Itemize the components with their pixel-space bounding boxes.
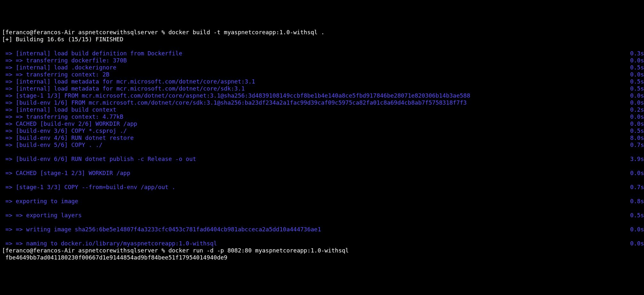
- build-step-row: => => naming to docker.io/library/myaspn…: [0, 240, 644, 247]
- step-time: 0.5s: [630, 85, 644, 92]
- build-step-row: => [build-env 3/6] COPY *.csproj ./0.5s: [0, 127, 644, 134]
- step-arrow-icon: => =>: [2, 113, 26, 120]
- bracket-icon: [: [2, 29, 5, 36]
- build-step-row: => => transferring context: 4.77kB0.0s: [0, 113, 644, 120]
- build-step-row: => exporting to image0.8s: [0, 198, 644, 205]
- prompt-userhost: feranco@ferancos-Air aspnetcorewithsqlse…: [5, 29, 168, 36]
- container-id-output: fbe4649bb7ad041180230f00667d1e9144854ad9…: [0, 254, 644, 261]
- step-text: [internal] load build definition from Do…: [16, 50, 182, 57]
- bracket-icon: [: [2, 247, 5, 254]
- step-text: [internal] load metadata for mcr.microso…: [16, 78, 255, 85]
- step-time: 0.0s: [630, 113, 644, 120]
- step-time: 0.3s: [630, 50, 644, 57]
- step-time: 0.0s: [630, 226, 644, 233]
- step-time: 0.0s: [630, 57, 644, 64]
- build-step-row: => [build-env 6/6] RUN dotnet publish -c…: [0, 155, 644, 163]
- build-step-row: => [internal] load metadata for mcr.micr…: [0, 85, 644, 92]
- step-time: 0.2s: [630, 106, 644, 113]
- build-step-row: => => transferring context: 2B0.0s: [0, 71, 644, 78]
- step-text: transferring dockerfile: 370B: [26, 57, 127, 64]
- step-text: exporting layers: [26, 212, 82, 219]
- prompt-line-1: [feranco@ferancos-Air aspnetcorewithsqls…: [0, 29, 644, 36]
- build-step-row: => => exporting layers0.5s: [0, 212, 644, 219]
- step-arrow-icon: =>: [2, 120, 16, 127]
- prompt-line-2: [feranco@ferancos-Air aspnetcorewithsqls…: [0, 247, 644, 254]
- step-arrow-icon: => =>: [2, 212, 26, 219]
- step-text: [stage-1 3/3] COPY --from=build-env /app…: [16, 184, 175, 190]
- build-step-row: => [build-env 4/6] RUN dotnet restore8.0…: [0, 134, 644, 141]
- step-text: [build-env 6/6] RUN dotnet publish -c Re…: [16, 155, 196, 162]
- step-time: 3.9s: [630, 155, 644, 163]
- build-step-row: => CACHED [stage-1 2/3] WORKDIR /app0.0s: [0, 170, 644, 177]
- step-time: 0.7s: [630, 141, 644, 148]
- step-arrow-icon: =>: [2, 184, 16, 190]
- command-text: docker build -t myaspnetcoreapp:1.0-with…: [168, 29, 325, 36]
- step-text: [build-env 1/6] FROM mcr.microsoft.com/d…: [16, 99, 467, 106]
- step-arrow-icon: =>: [2, 78, 16, 85]
- step-arrow-icon: => =>: [2, 57, 26, 64]
- build-step-row: => => writing image sha256:6be5e14807f4a…: [0, 226, 644, 233]
- step-arrow-icon: =>: [2, 99, 16, 106]
- step-arrow-icon: =>: [2, 198, 16, 204]
- step-arrow-icon: =>: [2, 141, 16, 148]
- build-step-row: => [internal] load build definition from…: [0, 50, 644, 57]
- step-arrow-icon: =>: [2, 106, 16, 113]
- command-text: docker run -d -p 8082:80 myaspnetcoreapp…: [168, 247, 349, 254]
- step-time: 0.5s: [630, 127, 644, 134]
- step-text: [internal] load build context: [16, 106, 116, 113]
- step-arrow-icon: => =>: [2, 226, 26, 233]
- step-time: 0.0s: [630, 170, 644, 177]
- prompt-userhost: feranco@ferancos-Air aspnetcorewithsqlse…: [5, 247, 168, 254]
- build-step-row: => [stage-1 3/3] COPY --from=build-env /…: [0, 184, 644, 191]
- step-arrow-icon: => =>: [2, 71, 26, 78]
- step-time: 0.8s: [630, 198, 644, 205]
- build-step-row: => [internal] load .dockerignore0.5s: [0, 64, 644, 71]
- step-time: 0.5s: [630, 212, 644, 219]
- step-arrow-icon: => =>: [2, 240, 26, 247]
- step-arrow-icon: =>: [2, 127, 16, 134]
- step-text: [build-env 4/6] RUN dotnet restore: [16, 134, 133, 141]
- step-text: naming to docker.io/library/myaspnetcore…: [26, 240, 217, 247]
- step-text: [internal] load metadata for mcr.microso…: [16, 85, 245, 92]
- step-time: 0.0s: [630, 92, 644, 99]
- step-time: 0.0s: [630, 120, 644, 127]
- step-arrow-icon: =>: [2, 155, 16, 162]
- build-step-row: => [stage-1 1/3] FROM mcr.microsoft.com/…: [0, 92, 644, 99]
- step-arrow-icon: =>: [2, 50, 16, 57]
- step-time: 0.0s: [630, 71, 644, 78]
- step-text: [stage-1 1/3] FROM mcr.microsoft.com/dot…: [16, 92, 470, 99]
- step-time: 0.7s: [630, 184, 644, 191]
- step-text: CACHED [stage-1 2/3] WORKDIR /app: [16, 170, 130, 176]
- step-text: writing image sha256:6be5e14807f4a3233cf…: [26, 226, 321, 233]
- build-step-row: => [internal] load metadata for mcr.micr…: [0, 78, 644, 85]
- build-step-row: => CACHED [build-env 2/6] WORKDIR /app0.…: [0, 120, 644, 127]
- step-time: 8.0s: [630, 134, 644, 141]
- step-arrow-icon: =>: [2, 134, 16, 141]
- build-step-row: => [build-env 1/6] FROM mcr.microsoft.co…: [0, 99, 644, 106]
- build-status: [+] Building 16.6s (15/15) FINISHED: [0, 36, 644, 43]
- step-arrow-icon: =>: [2, 92, 16, 99]
- step-text: transferring context: 2B: [26, 71, 109, 78]
- step-arrow-icon: =>: [2, 85, 16, 92]
- step-text: CACHED [build-env 2/6] WORKDIR /app: [16, 120, 137, 127]
- step-time: 0.5s: [630, 78, 644, 85]
- build-step-row: => [internal] load build context0.2s: [0, 106, 644, 113]
- step-time: 0.0s: [630, 99, 644, 106]
- terminal-output[interactable]: [feranco@ferancos-Air aspnetcorewithsqls…: [0, 29, 644, 261]
- step-text: [internal] load .dockerignore: [16, 64, 116, 71]
- step-arrow-icon: =>: [2, 170, 16, 176]
- step-time: 0.0s: [630, 240, 644, 247]
- step-text: exporting to image: [16, 198, 78, 204]
- step-text: transferring context: 4.77kB: [26, 113, 123, 120]
- step-text: [build-env 3/6] COPY *.csproj ./: [16, 127, 127, 134]
- step-text: [build-env 5/6] COPY . ./: [16, 141, 102, 148]
- build-step-row: => => transferring dockerfile: 370B0.0s: [0, 57, 644, 64]
- step-arrow-icon: =>: [2, 64, 16, 71]
- build-step-row: => [build-env 5/6] COPY . ./0.7s: [0, 141, 644, 148]
- step-time: 0.5s: [630, 64, 644, 71]
